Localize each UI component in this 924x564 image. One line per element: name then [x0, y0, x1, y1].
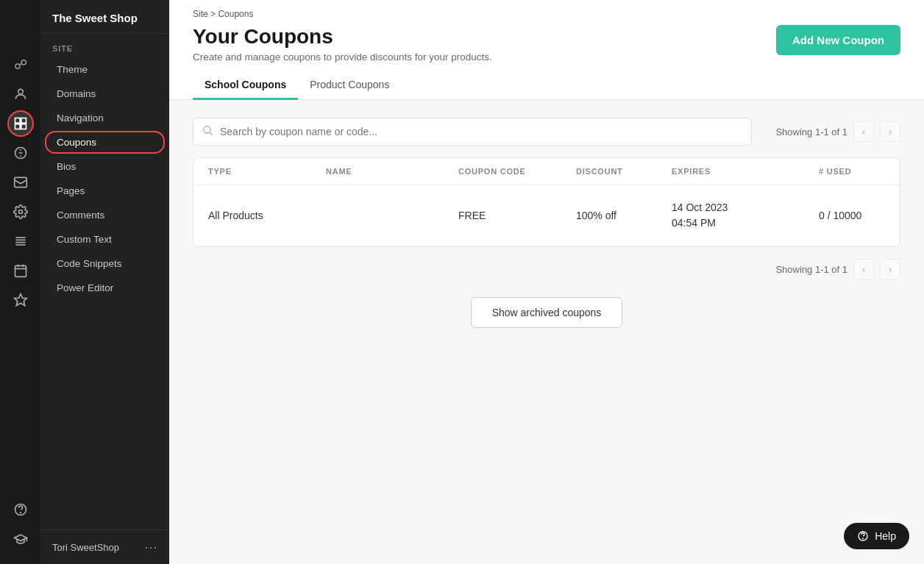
- svg-point-19: [204, 126, 210, 133]
- col-name: NAME: [326, 167, 458, 176]
- footer-user-name: Tori SweetShop: [52, 542, 119, 553]
- mail-icon[interactable]: [7, 169, 34, 196]
- expires-time: 04:54 PM: [672, 215, 819, 231]
- table-header: TYPE NAME COUPON CODE DISCOUNT EXPIRES #…: [193, 158, 900, 185]
- calendar-icon[interactable]: [7, 257, 34, 284]
- breadcrumb-site: Site: [193, 9, 208, 19]
- cell-type: All Products: [208, 210, 326, 221]
- pagination-bottom-next-button[interactable]: ›: [880, 259, 900, 279]
- cell-coupon-code: FREE: [458, 210, 576, 221]
- svg-rect-1: [15, 118, 20, 124]
- cell-used: 0 / 10000: [819, 210, 900, 221]
- dashboard-icon[interactable]: [7, 110, 34, 137]
- page-subtitle: Create and manage coupons to provide dis…: [193, 51, 492, 63]
- sidebar-item-domains[interactable]: Domains: [45, 82, 165, 105]
- search-wrap: [193, 118, 752, 146]
- svg-point-0: [18, 89, 23, 94]
- pagination-prev-button[interactable]: ‹: [853, 121, 874, 142]
- sidebar-item-bios[interactable]: Bios: [45, 155, 165, 178]
- main-header: Site > Coupons Your Coupons Create and m…: [169, 0, 924, 100]
- breadcrumb-separator: >: [210, 9, 216, 19]
- content-area: Showing 1-1 of 1 ‹ › TYPE NAME COUPON CO…: [169, 100, 924, 564]
- pagination-bottom-showing: Showing 1-1 of 1: [775, 264, 847, 275]
- breadcrumb-current: Coupons: [218, 9, 253, 19]
- svg-rect-4: [21, 124, 26, 129]
- sidebar-item-code-snippets[interactable]: Code Snippets: [45, 252, 165, 275]
- app-title: The Sweet Shop: [40, 0, 169, 34]
- svg-rect-6: [14, 177, 26, 187]
- add-new-coupon-button[interactable]: Add New Coupon: [776, 25, 900, 55]
- search-row: Showing 1-1 of 1 ‹ ›: [193, 118, 900, 146]
- tab-school-coupons[interactable]: School Coupons: [193, 71, 298, 100]
- footer-more-icon[interactable]: ⋯: [144, 539, 157, 555]
- svg-line-20: [210, 132, 213, 135]
- show-archived-button[interactable]: Show archived coupons: [471, 297, 623, 328]
- payments-icon[interactable]: [7, 140, 34, 166]
- coupon-table: TYPE NAME COUPON CODE DISCOUNT EXPIRES #…: [193, 157, 900, 247]
- table-row: All Products FREE 100% off 14 Oct 2023 0…: [193, 185, 900, 246]
- svg-rect-3: [15, 124, 20, 129]
- svg-rect-2: [21, 118, 26, 124]
- page-heading: Your Coupons Create and manage coupons t…: [193, 25, 492, 63]
- search-input[interactable]: [193, 118, 752, 146]
- sidebar-section-label: SITE: [40, 34, 169, 57]
- col-coupon-code: COUPON CODE: [458, 167, 576, 176]
- sidebar-footer: Tori SweetShop ⋯: [40, 529, 169, 564]
- analytics-icon[interactable]: ☍: [7, 51, 34, 78]
- sidebar-item-comments[interactable]: Comments: [45, 204, 165, 226]
- pagination-bottom-prev-button[interactable]: ‹: [853, 259, 874, 279]
- col-discount: DISCOUNT: [576, 167, 672, 176]
- tabs: School Coupons Product Coupons: [193, 71, 900, 99]
- sidebar-item-pages[interactable]: Pages: [45, 179, 165, 202]
- sidebar-item-theme[interactable]: Theme: [45, 58, 165, 81]
- col-expires: EXPIRES: [672, 167, 819, 176]
- icon-bar: ☍: [0, 0, 40, 564]
- header-row: Your Coupons Create and manage coupons t…: [193, 25, 900, 63]
- badge-icon[interactable]: [7, 287, 34, 313]
- page-title: Your Coupons: [193, 25, 492, 49]
- sidebar: The Sweet Shop SITE Theme Domains Naviga…: [40, 0, 169, 564]
- sidebar-item-navigation[interactable]: Navigation: [45, 107, 165, 129]
- pagination-next-button[interactable]: ›: [880, 121, 900, 142]
- svg-point-7: [18, 210, 22, 214]
- search-icon: [202, 124, 213, 139]
- sidebar-item-power-editor[interactable]: Power Editor: [45, 276, 165, 299]
- settings-icon[interactable]: [7, 199, 34, 225]
- tab-product-coupons[interactable]: Product Coupons: [298, 71, 401, 100]
- main-content: Site > Coupons Your Coupons Create and m…: [169, 0, 924, 564]
- help-label: Help: [875, 530, 896, 542]
- school-icon[interactable]: [7, 526, 34, 552]
- svg-point-18: [20, 513, 21, 513]
- breadcrumb: Site > Coupons: [193, 9, 900, 19]
- pagination-bottom: Showing 1-1 of 1 ‹ ›: [193, 259, 900, 279]
- users-icon[interactable]: [7, 81, 34, 107]
- col-type: TYPE: [208, 167, 326, 176]
- sidebar-item-custom-text[interactable]: Custom Text: [45, 228, 165, 251]
- library-icon[interactable]: [7, 228, 34, 254]
- cell-discount: 100% off: [576, 210, 672, 221]
- archive-section: Show archived coupons: [193, 297, 900, 328]
- cell-expires: 14 Oct 2023 04:54 PM: [672, 200, 819, 231]
- expires-date: 14 Oct 2023: [672, 200, 819, 215]
- icon-bar-bottom: [7, 496, 34, 564]
- icon-bar-top: ☍: [7, 7, 34, 496]
- col-used: # USED: [819, 167, 900, 176]
- sidebar-item-coupons[interactable]: Coupons: [45, 131, 165, 154]
- svg-point-22: [863, 538, 864, 539]
- svg-rect-12: [15, 265, 26, 276]
- help-circle-icon[interactable]: [7, 496, 34, 523]
- svg-marker-16: [14, 294, 26, 306]
- help-badge[interactable]: Help: [844, 523, 909, 549]
- pagination-showing: Showing 1-1 of 1: [775, 126, 847, 138]
- pagination-top: Showing 1-1 of 1 ‹ ›: [775, 121, 900, 142]
